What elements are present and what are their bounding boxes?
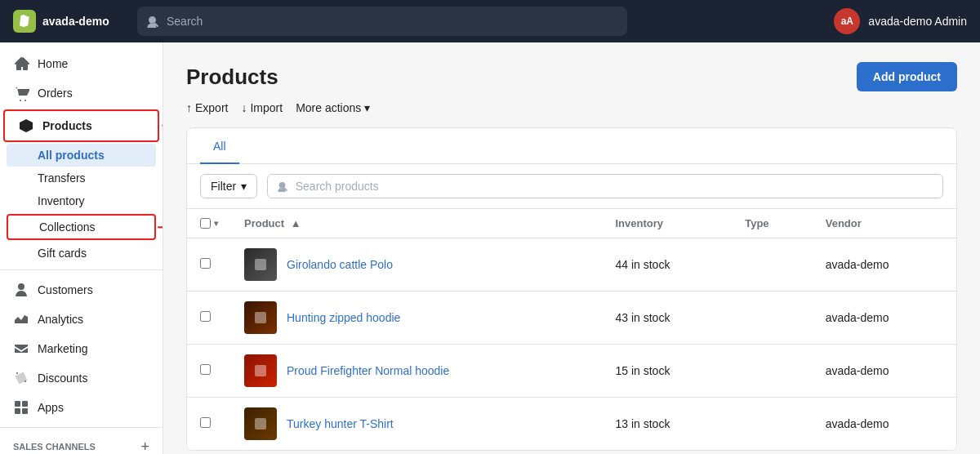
sidebar-item-analytics[interactable]: Analytics [0, 305, 163, 334]
svg-rect-9 [255, 418, 266, 430]
product-inventory: 15 in stock [602, 345, 732, 398]
sidebar-nav: Home Orders Products ➜ All products Tran… [0, 42, 163, 454]
svg-rect-5 [22, 408, 28, 414]
more-actions-label: More actions [296, 101, 361, 114]
select-all-checkbox[interactable] [200, 218, 211, 229]
sidebar-subitem-transfers[interactable]: Transfers [0, 167, 163, 189]
sidebar-subitem-all-products[interactable]: All products [7, 144, 156, 167]
action-bar: ↑ Export ↓ Import More actions ▾ [186, 101, 957, 114]
sidebar-item-products[interactable]: Products ➜ [3, 109, 159, 142]
filter-label: Filter [211, 180, 236, 193]
product-cell: Proud Firefighter Normal hoodie [231, 345, 602, 398]
page-header: Products Add product [186, 62, 957, 91]
sidebar: Home Orders Products ➜ All products Tran… [0, 42, 163, 454]
row-checkbox[interactable] [200, 417, 211, 428]
row-checkbox[interactable] [200, 311, 211, 322]
sidebar-item-label: Products [42, 119, 92, 132]
tab-all[interactable]: All [200, 128, 239, 164]
row-checkbox[interactable] [200, 258, 211, 269]
customers-icon [13, 282, 29, 298]
search-products-input[interactable] [296, 180, 933, 193]
main-layout: Home Orders Products ➜ All products Tran… [0, 42, 980, 454]
product-name-link[interactable]: Hunting zipped hoodie [287, 311, 400, 324]
sidebar-item-label: Analytics [38, 313, 83, 326]
sidebar-subitem-inventory[interactable]: Inventory [0, 189, 163, 212]
admin-name: avada-demo Admin [868, 15, 967, 28]
th-vendor: Vendor [813, 209, 956, 238]
svg-point-0 [20, 100, 21, 101]
products-submenu: All products Transfers Inventory Collect… [0, 144, 163, 265]
svg-rect-6 [255, 259, 266, 270]
table-row: Girolando cattle Polo 44 in stock avada-… [187, 238, 956, 292]
th-type: Type [732, 209, 813, 238]
product-cell: Turkey hunter T-Shirt [231, 398, 602, 451]
table-row: Proud Firefighter Normal hoodie 15 in st… [187, 345, 956, 398]
sales-channels-header: SALES CHANNELS + [0, 433, 163, 454]
orders-icon [13, 85, 29, 101]
page-title: Products [186, 65, 278, 90]
filter-bar: Filter ▾ [187, 164, 956, 209]
main-content: Products Add product ↑ Export ↓ Import M… [163, 42, 980, 454]
export-link[interactable]: ↑ Export [186, 101, 228, 114]
table-row: Turkey hunter T-Shirt 13 in stock avada-… [187, 398, 956, 451]
products-table: ▾ Product ▲ Inventory Type Vendor [187, 209, 956, 450]
product-vendor: avada-demo [813, 238, 956, 292]
more-actions-button[interactable]: More actions ▾ [296, 101, 370, 114]
search-input[interactable] [167, 15, 617, 28]
sidebar-item-label: Discounts [38, 372, 87, 385]
product-thumbnail [244, 248, 277, 281]
filter-button[interactable]: Filter ▾ [200, 174, 257, 198]
svg-rect-8 [255, 365, 266, 376]
svg-rect-4 [15, 408, 20, 414]
home-icon [13, 56, 29, 72]
th-product: Product ▲ [231, 209, 602, 238]
product-vendor: avada-demo [813, 345, 956, 398]
row-checkbox[interactable] [200, 364, 211, 375]
svg-rect-7 [255, 312, 266, 323]
search-products-bar[interactable] [267, 174, 943, 198]
svg-point-1 [24, 100, 26, 101]
export-icon: ↑ [186, 101, 192, 114]
import-label: Import [250, 101, 283, 114]
product-name-link[interactable]: Turkey hunter T-Shirt [287, 417, 394, 430]
products-icon [18, 118, 34, 134]
sidebar-item-discounts[interactable]: Discounts [0, 363, 163, 393]
sidebar-subitem-gift-cards[interactable]: Gift cards [0, 242, 163, 265]
product-cell: Girolando cattle Polo [231, 238, 602, 292]
search-icon [147, 15, 160, 28]
sidebar-item-customers[interactable]: Customers [0, 275, 163, 305]
sidebar-item-home[interactable]: Home [0, 49, 163, 78]
discounts-icon [13, 370, 29, 386]
sidebar-item-apps[interactable]: Apps [0, 393, 163, 422]
filter-chevron-icon: ▾ [241, 180, 247, 193]
row-checkbox-cell [187, 345, 231, 398]
sort-icon[interactable]: ▲ [291, 217, 301, 229]
sidebar-item-label: Customers [38, 283, 93, 296]
product-name-link[interactable]: Girolando cattle Polo [287, 258, 393, 271]
export-label: Export [195, 101, 228, 114]
sidebar-subitem-collections[interactable]: Collections ➜ [7, 214, 156, 240]
add-channel-button[interactable]: + [140, 439, 149, 454]
import-link[interactable]: ↓ Import [241, 101, 283, 114]
global-search[interactable] [137, 7, 627, 36]
tabs-bar: All [187, 128, 956, 164]
product-name-link[interactable]: Proud Firefighter Normal hoodie [287, 364, 449, 377]
red-arrow-collections: ➜ [157, 218, 163, 236]
row-checkbox-cell [187, 292, 231, 345]
th-select-all: ▾ [187, 209, 231, 238]
product-type [732, 292, 813, 345]
sidebar-item-marketing[interactable]: Marketing [0, 334, 163, 363]
store-logo[interactable]: avada-demo [13, 10, 127, 33]
store-name: avada-demo [42, 15, 109, 28]
sidebar-item-label: Orders [38, 87, 73, 100]
top-navigation: avada-demo aA avada-demo Admin [0, 0, 980, 42]
add-product-button[interactable]: Add product [857, 62, 957, 91]
svg-rect-3 [22, 401, 28, 407]
shopify-icon [13, 10, 36, 33]
avatar[interactable]: aA [834, 8, 860, 34]
select-chevron-icon[interactable]: ▾ [214, 219, 218, 228]
sales-channels-label: SALES CHANNELS [13, 442, 96, 452]
product-thumbnail [244, 301, 277, 334]
product-type [732, 345, 813, 398]
sidebar-item-orders[interactable]: Orders [0, 78, 163, 108]
